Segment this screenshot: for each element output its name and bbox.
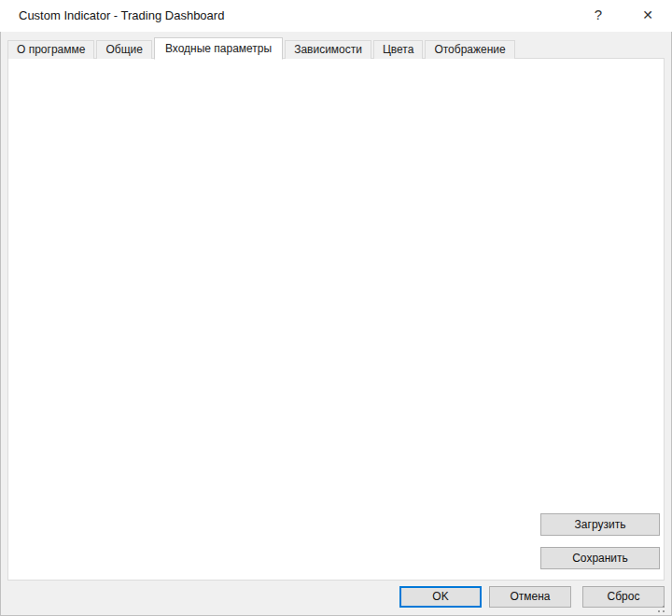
tab-visualization[interactable]: Отображение xyxy=(425,40,514,59)
load-button[interactable]: Загрузить xyxy=(540,513,660,536)
save-button[interactable]: Сохранить xyxy=(540,547,660,569)
reset-button[interactable]: Сброс xyxy=(582,586,665,608)
close-icon[interactable]: ✕ xyxy=(627,0,668,32)
help-icon[interactable]: ? xyxy=(578,0,619,32)
resize-grip-icon[interactable] xyxy=(656,604,665,613)
tab-colors[interactable]: Цвета xyxy=(373,40,423,59)
tab-common[interactable]: Общие xyxy=(96,40,151,59)
tab-dependencies[interactable]: Зависимости xyxy=(285,40,371,59)
tab-about[interactable]: О программе xyxy=(7,40,94,59)
cancel-button[interactable]: Отмена xyxy=(489,586,571,608)
inputs-tab-page xyxy=(7,58,665,581)
ok-button[interactable]: OK xyxy=(399,586,482,608)
title-bar: Custom Indicator - Trading Dashboard ? ✕ xyxy=(0,0,672,32)
tab-inputs[interactable]: Входные параметры xyxy=(154,37,283,60)
window-title: Custom Indicator - Trading Dashboard xyxy=(19,0,224,32)
dialog-window: { "window": { "title": "Custom Indicator… xyxy=(0,0,672,616)
tab-bar: О программеОбщиеВходные параметрыЗависим… xyxy=(7,37,517,59)
